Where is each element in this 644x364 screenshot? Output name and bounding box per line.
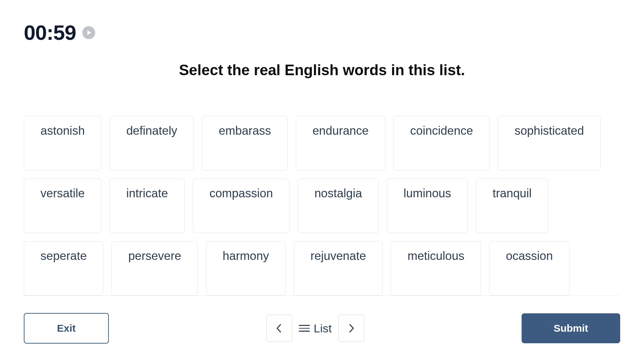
word-chip[interactable]: luminous xyxy=(387,179,468,233)
word-chip[interactable]: embarass xyxy=(202,116,288,170)
next-button[interactable] xyxy=(338,315,364,342)
word-chip[interactable]: intricate xyxy=(109,179,185,233)
play-icon[interactable] xyxy=(82,26,95,39)
word-chip[interactable]: coincidence xyxy=(393,116,490,170)
list-button[interactable]: List xyxy=(299,322,332,335)
word-chip[interactable]: rejuvenate xyxy=(294,241,383,296)
word-chip[interactable]: nostalgia xyxy=(298,179,379,233)
word-chip[interactable]: astonish xyxy=(24,116,101,170)
word-chip[interactable]: compassion xyxy=(193,179,290,233)
word-chip[interactable]: ocassion xyxy=(489,241,570,296)
word-chip[interactable]: tranquil xyxy=(476,179,548,233)
timer-display: 00:59 xyxy=(24,20,76,45)
submit-button[interactable]: Submit xyxy=(522,313,620,343)
exit-button[interactable]: Exit xyxy=(24,313,109,344)
prev-button[interactable] xyxy=(266,315,292,342)
word-chip[interactable]: harmony xyxy=(206,241,286,296)
words-container: astonishdefinatelyembarassendurancecoinc… xyxy=(24,116,620,296)
word-chip[interactable]: meticulous xyxy=(391,241,481,296)
list-label: List xyxy=(314,322,332,335)
word-chip[interactable]: sophisticated xyxy=(498,116,600,170)
word-chip[interactable]: endurance xyxy=(296,116,385,170)
word-chip[interactable]: versatile xyxy=(24,179,101,233)
question-prompt: Select the real English words in this li… xyxy=(24,62,620,79)
list-icon xyxy=(299,325,310,332)
word-chip[interactable]: definately xyxy=(109,116,194,170)
word-chip[interactable]: persevere xyxy=(112,241,198,296)
word-chip[interactable]: seperate xyxy=(24,241,103,296)
